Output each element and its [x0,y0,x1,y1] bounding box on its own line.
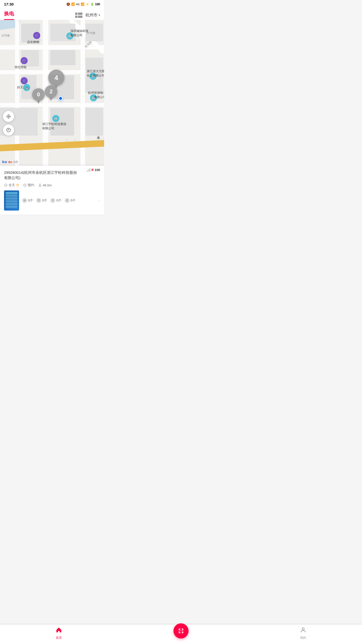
cyan-label-zhejiang2: 杭州智源电子有限公司 [88,91,104,99]
reservation-info: 预约 [23,183,34,187]
cluster-count-0: 0 [32,88,45,101]
svg-rect-28 [90,168,90,172]
cluster-pin-4[interactable]: 4 [48,70,64,86]
dash-separator: - [98,198,100,204]
hours-label: 全天 [9,183,15,187]
cluster-count-4: 4 [48,70,64,86]
slot-icon-3: 空 [50,198,55,203]
reservation-label: 预约 [28,183,34,187]
slots-grid: 换 0个 荒 0个 空 0个 充 0个 [22,198,94,203]
poi-label-shiji: 世纪华联 [15,65,27,69]
wifi-icon: 📶 [71,3,75,6]
cyan-pin-yusong[interactable]: 🏢 [52,115,59,122]
slot-count-2: 0个 [42,198,47,203]
svg-rect-16 [50,108,74,136]
bell-icon: 🔕 [66,3,70,6]
chevron-down-icon: ▾ [99,13,100,17]
svg-rect-25 [87,170,87,172]
battery-percent: 100 [95,3,100,6]
slot-item-1: 换 0个 [22,198,33,203]
cyan-label-yusong: 浙江宇松科技股份有限公司 [42,122,66,131]
slot-icon-1: 换 [22,198,27,203]
top-nav: 换电 杭州市 ▾ [0,8,104,20]
location-button[interactable] [3,111,14,122]
user-location-dot [58,96,63,101]
baidu-logo: Baidu 地图 [2,160,18,164]
营业-icon: 营 [16,183,19,187]
svg-point-18 [8,116,9,117]
svg-rect-17 [85,108,103,136]
slot-item-2: 荒 0个 [36,198,47,203]
distance-value: 46.0m [43,183,52,187]
svg-rect-27 [89,169,89,172]
city-selector[interactable]: 杭州市 ▾ [85,13,100,18]
distance-info: 46.0m [38,183,52,187]
poi-pin-pinquan[interactable]: 🛒 [33,32,40,39]
huan-dian-tab[interactable]: 换电 [4,10,14,20]
city-name: 杭州市 [85,13,98,18]
station-info-row: 全天 营 预约 46.0m [4,183,100,187]
svg-rect-3 [15,20,19,166]
status-bar: 17:30 🔕 📶 4G 📶 ⚡ 🔋 100 [0,0,104,8]
bus-stop-marker[interactable]: 🚌 [23,84,30,91]
building-12-label: 12号楼 [1,34,10,37]
poi-pin-shiji[interactable]: 🛒 [21,57,28,64]
svg-rect-11 [50,50,75,65]
poi-pin-haoyouduo[interactable]: 🛒 [21,77,28,84]
road-arrow-right: → [73,138,76,142]
station-id: 299280014(杭州市余杭区浙江宇松科技股份有限公司) [4,170,79,180]
station-image [4,190,19,211]
signal-indicator: 100 [86,168,100,172]
history-button[interactable] [3,125,14,136]
cluster-pin-2[interactable]: 2 [45,85,57,98]
signal-bars-icon: 📶 [81,3,84,6]
cyan-label-zhejiang1: 浙江浙大方圆化工有限公司 [87,69,104,78]
slot-count-3: 0个 [56,198,61,203]
cyan-label-shenzhen: 深圳城铄科技有限公司 [70,29,88,37]
grid-layout-button[interactable] [75,13,82,18]
status-icons: 🔕 📶 4G 📶 ⚡ 🔋 100 [66,3,100,6]
yong-label: 永 [97,136,100,140]
signal-value: 100 [95,168,100,172]
cluster-pin-0[interactable]: 0 [32,88,45,101]
map-container[interactable]: 荆大线 3号楼 12号楼 21号楼 永 ← → 🛒 品全购物 🛒 世纪华联 🛒 … [0,20,104,166]
charging-icon: ⚡ [85,3,89,6]
svg-point-19 [7,115,10,118]
poi-label-pinquan: 品全购物 [27,40,39,44]
info-card: 299280014(杭州市余杭区浙江宇松科技股份有限公司) 100 全天 营 预… [0,166,104,215]
cluster-count-2: 2 [45,85,57,98]
slot-icon-2: 荒 [36,198,41,203]
status-time: 17:30 [4,2,14,6]
signal-4g-icon: 4G [76,3,80,6]
road-arrow-left: ← [65,138,69,142]
slot-item-4: 充 0个 [65,198,76,203]
slot-count-1: 0个 [28,198,33,203]
slot-count-4: 0个 [71,198,76,203]
map-controls [3,111,14,136]
slot-icon-4: 充 [65,198,70,203]
svg-rect-26 [88,170,88,172]
nav-right: 杭州市 ▾ [75,13,100,18]
svg-rect-6 [0,103,104,107]
station-body: 换 0个 荒 0个 空 0个 充 0个 - [4,190,100,211]
svg-marker-33 [39,184,41,186]
battery-icon: 🔋 [90,3,94,6]
hours-info: 全天 营 [4,183,19,187]
slot-item-3: 空 0个 [50,198,61,203]
